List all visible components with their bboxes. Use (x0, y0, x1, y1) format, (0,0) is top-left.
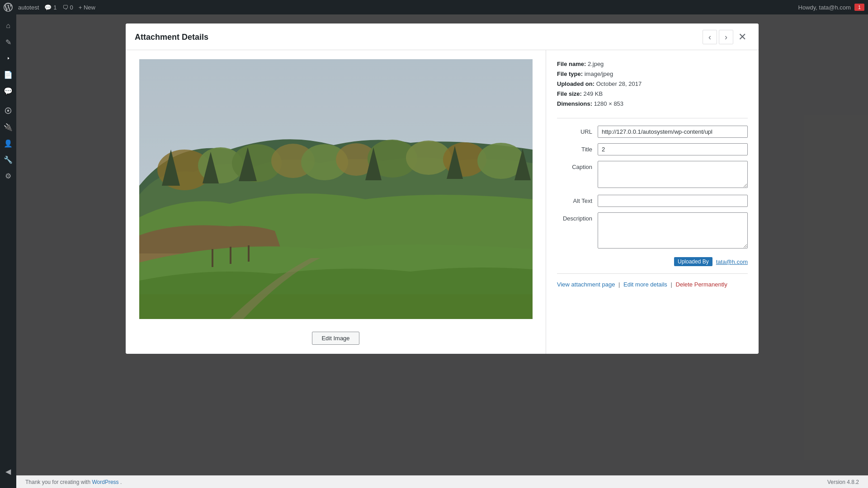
view-attachment-link[interactable]: View attachment page (557, 281, 615, 288)
file-size-row: File size: 249 KB (557, 89, 748, 99)
footer-text: Thank you for creating with WordPress . (25, 479, 122, 485)
sidebar-item-settings[interactable]: ⚙ (0, 168, 16, 183)
url-input[interactable] (598, 126, 748, 138)
update-button[interactable]: 1 (854, 4, 864, 11)
title-row: Title (557, 143, 748, 155)
sidebar-item-pages[interactable]: 📄 (0, 67, 16, 82)
site-name[interactable]: autotest (18, 4, 39, 11)
modal-overlay[interactable]: Attachment Details ‹ › ✕ (16, 14, 868, 475)
sidebar-item-users[interactable]: 👤 (0, 136, 16, 151)
new-content-button[interactable]: + New (79, 4, 95, 11)
admin-bar-right: Howdy, tata@h.com 1 (798, 4, 864, 11)
edit-details-link[interactable]: Edit more details (623, 281, 667, 288)
caption-textarea[interactable] (598, 161, 748, 188)
uploaded-by-label: Uploaded By (674, 257, 712, 266)
howdy-text: Howdy, tata@h.com (798, 4, 851, 11)
modal-header: Attachment Details ‹ › ✕ (126, 23, 759, 50)
uploaded-on-row: Uploaded on: October 28, 2017 (557, 79, 748, 89)
sidebar-item-appearance[interactable] (0, 103, 16, 118)
sidebar-item-posts[interactable]: ✎ (0, 34, 16, 50)
wp-footer: Thank you for creating with WordPress . … (16, 475, 868, 488)
svg-rect-24 (139, 59, 533, 319)
comments-count[interactable]: 💬 1 (44, 4, 57, 11)
divider (557, 118, 748, 118)
file-metadata: File name: 2.jpeg File type: image/jpeg … (557, 59, 748, 109)
admin-bar: autotest 💬 1 🗨 0 + New Howdy, tata@h.com… (0, 0, 868, 14)
description-row: Description (557, 212, 748, 250)
file-type-row: File type: image/jpeg (557, 69, 748, 79)
url-row: URL (557, 126, 748, 138)
alt-text-row: Alt Text (557, 195, 748, 207)
image-panel: Edit Image (126, 50, 546, 354)
file-name-row: File name: 2.jpeg (557, 59, 748, 69)
comment-icon: 💬 (44, 4, 52, 11)
uploaded-by-email-link[interactable]: tata@h.com (716, 258, 748, 265)
version-text: Version 4.8.2 (827, 479, 859, 485)
attachment-links: View attachment page | Edit more details… (557, 281, 748, 288)
prev-attachment-button[interactable]: ‹ (703, 30, 717, 44)
edit-image-button[interactable]: Edit Image (312, 332, 359, 345)
sidebar-item-collapse[interactable]: ◀ (0, 464, 16, 479)
next-attachment-button[interactable]: › (719, 30, 733, 44)
modal-body: Edit Image File name: 2.jpeg File type: … (126, 50, 759, 354)
close-modal-button[interactable]: ✕ (735, 30, 750, 44)
title-field (598, 143, 748, 155)
sidebar-item-dashboard[interactable]: ⌂ (0, 18, 16, 33)
modal-nav: ‹ › ✕ (703, 30, 750, 44)
uploaded-by-row: Uploaded By tata@h.com (557, 257, 748, 266)
description-field (598, 212, 748, 250)
sidebar-item-plugins[interactable]: 🔌 (0, 119, 16, 135)
details-panel: File name: 2.jpeg File type: image/jpeg … (546, 50, 759, 354)
caption-row: Caption (557, 161, 748, 189)
wp-link[interactable]: WordPress (92, 479, 118, 485)
message-icon: 🗨 (62, 4, 68, 11)
wp-logo-icon[interactable] (4, 3, 13, 12)
dimensions-row: Dimensions: 1280 × 853 (557, 99, 748, 109)
sidebar-item-tools[interactable]: 🔧 (0, 152, 16, 167)
title-label: Title (557, 143, 598, 153)
url-label: URL (557, 128, 598, 135)
title-input[interactable] (598, 143, 748, 155)
description-textarea[interactable] (598, 212, 748, 249)
sidebar-item-media[interactable] (0, 51, 16, 66)
description-label: Description (557, 212, 598, 222)
alt-text-label: Alt Text (557, 195, 598, 204)
attachment-image (139, 59, 533, 319)
svg-point-1 (7, 110, 9, 112)
delete-permanently-link[interactable]: Delete Permanently (676, 281, 727, 288)
sidebar-item-comments[interactable]: 💬 (0, 83, 16, 99)
messages-count[interactable]: 🗨 0 (62, 4, 73, 11)
alt-text-field (598, 195, 748, 207)
sidebar: ⌂ ✎ 📄 💬 🔌 👤 🔧 ⚙ ◀ (0, 14, 16, 488)
alt-text-input[interactable] (598, 195, 748, 207)
modal-title: Attachment Details (135, 33, 208, 42)
caption-label: Caption (557, 161, 598, 170)
caption-field (598, 161, 748, 189)
divider2 (557, 273, 748, 274)
attachment-details-modal: Attachment Details ‹ › ✕ (126, 23, 759, 354)
